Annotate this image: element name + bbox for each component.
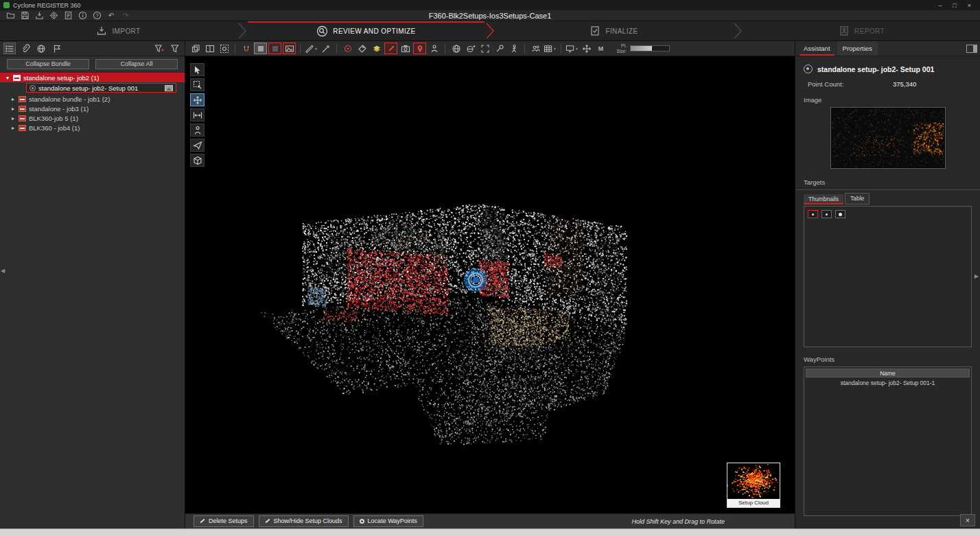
cloud-table-options-icon[interactable]: ▼	[544, 43, 557, 54]
split-view-icon[interactable]	[203, 43, 216, 54]
tree-bundle-selected[interactable]: ▾ standalone setup- job2 (1)	[0, 73, 185, 82]
cloud-color-icon[interactable]	[268, 43, 281, 54]
waypoints-column-name[interactable]: Name	[806, 369, 970, 377]
collapse-buttons-row: Collapse Bundle Collapse All	[0, 56, 185, 71]
delete-setups-button[interactable]: Delete Setups	[194, 515, 254, 527]
import-data-icon[interactable]	[34, 11, 44, 20]
fly-mode-tool-icon[interactable]	[190, 139, 205, 152]
target-thumbnail[interactable]	[821, 210, 832, 218]
tree-bundle-row[interactable]: ▸ standalone bundle - job1 (2)	[0, 94, 185, 104]
attachments-tab-icon[interactable]	[19, 43, 32, 54]
filter-add-icon[interactable]	[153, 43, 165, 54]
target-thumbnail[interactable]	[808, 210, 818, 218]
view-3d-cube-tool-icon[interactable]	[190, 154, 205, 167]
maximize-button[interactable]: □	[953, 2, 956, 9]
web-share-tab-icon[interactable]	[35, 43, 47, 54]
cloud-grayscale-icon[interactable]	[254, 43, 267, 54]
select-area-tool-icon[interactable]	[190, 78, 205, 91]
viewport-bottom-bar: Delete Setups Show/Hide Setup Clouds Loc…	[185, 513, 795, 528]
new-view-icon[interactable]	[189, 43, 202, 54]
info-icon[interactable]	[78, 11, 87, 20]
save-project-icon[interactable]	[20, 11, 30, 20]
tree-bundle-row[interactable]: ▸ BLK360 - job4 (1)	[0, 123, 185, 132]
pan-view-icon[interactable]	[580, 43, 593, 54]
add-site-icon[interactable]	[464, 43, 477, 54]
tree-bundle-row[interactable]: ▸ standalone - job3 (1)	[0, 104, 185, 113]
station-view-tool-icon[interactable]	[190, 124, 205, 137]
walkthrough-icon[interactable]	[507, 43, 520, 54]
waypoint-row[interactable]: standalone setup- job2- Setup 001-1	[806, 377, 970, 388]
project-tree-tab-icon[interactable]	[3, 43, 16, 54]
sitemap-globe-icon[interactable]	[450, 43, 463, 54]
collapse-bundle-button[interactable]: Collapse Bundle	[7, 59, 89, 69]
report-list-icon[interactable]	[63, 11, 73, 20]
targets-tab-table[interactable]: Table	[845, 193, 870, 205]
add-label-icon[interactable]	[355, 43, 369, 54]
caret-right-icon[interactable]: ▸	[10, 106, 16, 112]
right-panel-expand-handle[interactable]: ▶	[975, 273, 979, 279]
panel-close-button[interactable]: ×	[960, 514, 975, 526]
expand-view-icon[interactable]	[478, 43, 491, 54]
workflow-step-report[interactable]: REPORT	[743, 21, 980, 40]
pan-tool-icon[interactable]	[190, 93, 205, 106]
tree-bundle-row[interactable]: ▸ BLK360-job 5 (1)	[0, 113, 185, 123]
waypoints-section-label: WayPoints	[804, 356, 972, 363]
setup-cloud-canvas	[727, 464, 780, 499]
manage-users-icon[interactable]	[529, 43, 542, 54]
finalize-step-icon	[590, 25, 600, 36]
pano-image-icon[interactable]	[283, 43, 296, 54]
display-mode-icon[interactable]: ▼	[565, 43, 579, 54]
measure-tool-icon[interactable]: ▼	[305, 43, 318, 54]
target-thumbnail[interactable]	[835, 210, 845, 218]
point-size-slider[interactable]	[630, 45, 670, 51]
setup-cloud-preview[interactable]: Setup Cloud	[727, 463, 780, 508]
targets-tab-thumbnails[interactable]: Thumbnails	[804, 194, 843, 205]
add-layer-icon[interactable]	[370, 43, 383, 54]
caret-right-icon[interactable]: ▸	[10, 115, 16, 121]
setup-person-icon[interactable]	[428, 43, 441, 54]
caret-right-icon[interactable]: ▸	[10, 96, 16, 102]
collapse-all-button[interactable]: Collapse All	[95, 59, 178, 69]
add-waypoint-pin-icon[interactable]	[413, 43, 426, 54]
settings-gear-icon[interactable]	[49, 11, 58, 20]
pick-point-icon[interactable]	[319, 43, 332, 54]
add-target-icon[interactable]	[341, 43, 354, 54]
show-hide-setup-clouds-button[interactable]: Show/Hide Setup Clouds	[259, 515, 349, 527]
tools-wrench-icon[interactable]	[493, 43, 506, 54]
draw-markup-icon[interactable]	[384, 43, 397, 54]
workflow-step-import[interactable]: IMPORT	[0, 21, 237, 40]
left-panel-collapse-handle[interactable]: ◀	[1, 268, 5, 274]
workflow-step-label: REPORT	[854, 27, 885, 35]
window-titlebar: Cyclone REGISTER 360 – □ ×	[0, 0, 980, 10]
point-cloud-canvas[interactable]	[185, 56, 795, 513]
locate-waypoints-button[interactable]: Locate WayPoints	[353, 515, 423, 527]
workflow-step-label: REVIEW AND OPTIMIZE	[333, 27, 415, 35]
caret-down-icon[interactable]: ▾	[5, 75, 10, 81]
measure-mode-icon[interactable]: M	[594, 43, 607, 54]
filter-icon[interactable]	[169, 43, 181, 54]
point-count-label: Point Count:	[808, 80, 893, 88]
bookmark-tab-icon[interactable]	[51, 43, 63, 54]
screenshot-camera-icon[interactable]	[399, 43, 412, 54]
tab-properties[interactable]: Properties	[837, 41, 878, 56]
undo-icon[interactable]: ↶	[106, 11, 116, 20]
point-count-value: 375,340	[893, 80, 916, 88]
workflow-step-review-and-optimize[interactable]: REVIEW AND OPTIMIZE	[248, 21, 485, 40]
zoom-region-icon[interactable]	[218, 43, 231, 54]
tree-setup-selected[interactable]: standalone setup- job2- Setup 001	[26, 83, 176, 93]
measure-distance-tool-icon[interactable]	[190, 108, 205, 121]
workflow-step-finalize[interactable]: FINALIZE	[495, 21, 732, 40]
properties-tab-strip: Assistant Properties	[795, 41, 980, 56]
panel-layout-icon[interactable]	[966, 45, 977, 53]
snap-magnet-icon[interactable]	[240, 43, 253, 54]
minimize-button[interactable]: –	[938, 2, 942, 9]
help-icon[interactable]: ?	[92, 11, 102, 20]
tab-assistant[interactable]: Assistant	[798, 41, 836, 56]
explorer-tab-strip	[0, 41, 185, 56]
setup-image-thumbnail[interactable]	[830, 107, 946, 169]
close-button[interactable]: ×	[968, 2, 971, 9]
pointer-tool-icon[interactable]	[190, 63, 205, 76]
workflow-step-label: FINALIZE	[605, 27, 638, 35]
open-project-icon[interactable]	[5, 11, 15, 20]
caret-right-icon[interactable]: ▸	[10, 125, 16, 131]
